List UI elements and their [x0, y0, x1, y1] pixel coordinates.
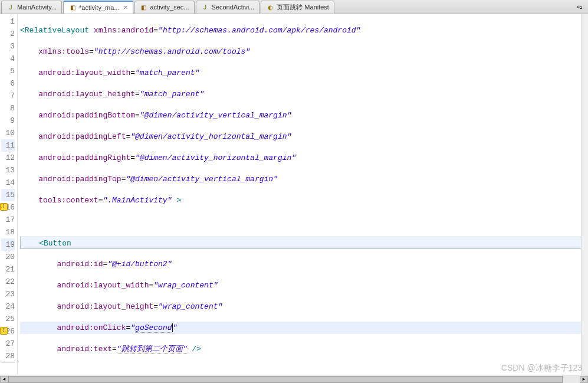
line-number: 11	[1, 139, 15, 152]
line-number: 14	[1, 176, 15, 189]
line-number: !16	[1, 201, 15, 214]
code-line: android:paddingBottom="@dimen/activity_v…	[20, 109, 588, 122]
line-number: 4	[1, 53, 15, 65]
line-number: 19	[1, 238, 15, 251]
code-line	[20, 215, 588, 228]
code-line: android:layout_width="wrap_content"	[20, 279, 588, 292]
warning-icon[interactable]: !	[0, 327, 8, 335]
horizontal-scrollbar[interactable]: ◄ ►	[0, 375, 588, 383]
code-line: android:layout_width="match_parent"	[20, 67, 588, 79]
code-line: android:layout_height="wrap_content"	[20, 300, 588, 313]
scroll-track[interactable]	[8, 376, 580, 383]
line-number: !26	[1, 325, 15, 338]
java-file-icon: J	[201, 3, 209, 11]
tab-secondactivity[interactable]: J SecondActivi...	[196, 1, 260, 14]
line-number: 9	[1, 114, 15, 127]
line-number: 23	[1, 288, 15, 300]
warning-icon[interactable]: !	[0, 203, 8, 211]
tab-label: activity_sec...	[150, 4, 189, 11]
overview-ruler[interactable]	[581, 14, 588, 375]
line-number: 15	[1, 189, 15, 201]
line-number: 24	[1, 300, 15, 313]
code-line: android:paddingRight="@dimen/activity_ho…	[20, 152, 588, 164]
line-number: 17	[1, 214, 15, 226]
code-line: android:layout_height="match_parent"	[20, 88, 588, 100]
line-number: 2	[1, 28, 15, 40]
code-line: android:id="@+id/button2"	[20, 258, 588, 270]
tab-label: MainActivity...	[17, 4, 57, 11]
tabs-overflow[interactable]: »₂	[573, 2, 586, 12]
line-number: 22	[1, 276, 15, 288]
line-number: 10	[1, 127, 15, 139]
line-number: 6	[1, 77, 15, 90]
code-line: android:text="跳转到第二个页面" />	[20, 343, 588, 355]
line-number: 21	[1, 263, 15, 276]
code-line	[20, 364, 588, 375]
code-line: <RelativeLayout xmlns:android="http://sc…	[20, 24, 588, 37]
tab-activity-main[interactable]: ◧ *activity_ma... ✕	[63, 1, 133, 14]
code-editor[interactable]: 1 2 3 4 5 6 7 8 9 10 11 12 13 14 15 !16 …	[0, 14, 588, 375]
line-number: 13	[1, 164, 15, 176]
code-line: tools:context=".MainActivity" >	[20, 194, 588, 207]
xml-file-icon: ◧	[68, 4, 77, 12]
scroll-right-icon[interactable]: ►	[580, 376, 588, 383]
scroll-left-icon[interactable]: ◄	[0, 376, 8, 383]
line-number: 25	[1, 313, 15, 325]
line-number: 18	[1, 226, 15, 238]
line-number: 1	[1, 15, 15, 28]
tab-label: SecondActivi...	[212, 4, 255, 11]
code-line: <Button	[20, 237, 588, 249]
line-number: 28	[1, 350, 15, 362]
line-number: 3	[1, 40, 15, 53]
line-number: 7	[1, 90, 15, 102]
tab-label: 页面跳转 Manifest	[277, 3, 329, 12]
line-number: 5	[1, 65, 15, 77]
code-line: xmlns:tools="http://schemas.android.com/…	[20, 45, 588, 58]
xml-file-icon: ◧	[140, 3, 148, 11]
scroll-thumb[interactable]	[8, 376, 563, 383]
tab-manifest[interactable]: ◐ 页面跳转 Manifest	[261, 1, 334, 14]
code-line: android:paddingLeft="@dimen/activity_hor…	[20, 130, 588, 143]
tab-activity-sec[interactable]: ◧ activity_sec...	[134, 1, 195, 14]
tab-label: *activity_ma...	[79, 4, 119, 11]
java-file-icon: J	[6, 3, 15, 11]
line-gutter: 1 2 3 4 5 6 7 8 9 10 11 12 13 14 15 !16 …	[0, 14, 18, 375]
editor-tabs: J MainActivity... ◧ *activity_ma... ✕ ◧ …	[0, 0, 588, 14]
line-number: 27	[1, 338, 15, 350]
line-number: 20	[1, 251, 15, 263]
manifest-file-icon: ◐	[266, 3, 274, 11]
tab-mainactivity[interactable]: J MainActivity...	[1, 1, 62, 14]
code-area[interactable]: <RelativeLayout xmlns:android="http://sc…	[18, 14, 588, 375]
code-line: android:paddingTop="@dimen/activity_vert…	[20, 173, 588, 185]
line-number: 12	[1, 152, 15, 164]
line-number: 8	[1, 102, 15, 114]
close-icon[interactable]: ✕	[123, 4, 128, 11]
code-line: android:onClick="goSecond"	[20, 322, 588, 334]
